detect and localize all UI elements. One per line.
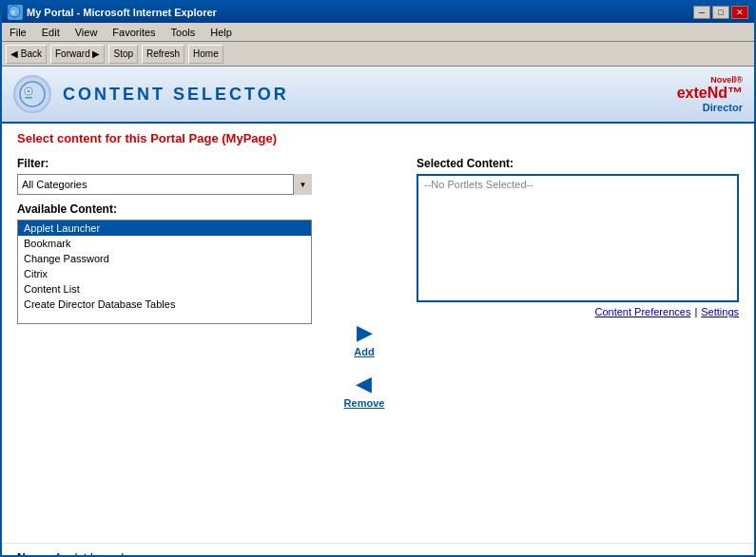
- window-controls: ─ □ ✕: [693, 6, 748, 19]
- header-left: CONTENT SELECTOR: [13, 75, 289, 113]
- list-item[interactable]: Applet Launcher: [18, 221, 311, 236]
- remove-arrow-icon: ◀: [353, 373, 376, 395]
- left-panel: Filter: All Categories ▼ Available Conte…: [17, 157, 312, 535]
- info-section: Name: Applet Launcher Description: Launc…: [2, 543, 754, 555]
- info-name-value: Applet Launcher: [54, 551, 137, 555]
- remove-button[interactable]: ◀ Remove: [344, 373, 385, 409]
- window-icon: e: [8, 5, 23, 20]
- refresh-button[interactable]: Refresh: [142, 45, 184, 64]
- maximize-button[interactable]: □: [712, 6, 729, 19]
- filter-select[interactable]: All Categories: [17, 174, 312, 195]
- novell-logo: Novell® exteNd™ Director: [677, 75, 743, 113]
- menu-bar: File Edit View Favorites Tools Help: [2, 23, 754, 42]
- stop-button[interactable]: Stop: [108, 45, 138, 64]
- remove-label[interactable]: Remove: [344, 397, 385, 409]
- available-content-list[interactable]: Applet Launcher Bookmark Change Password…: [17, 220, 312, 324]
- selected-content-label: Selected Content:: [417, 157, 739, 170]
- list-item[interactable]: Content List: [18, 281, 311, 297]
- list-item[interactable]: Citrix: [18, 266, 311, 281]
- menu-file[interactable]: File: [6, 26, 30, 39]
- add-button[interactable]: ▶ Add: [353, 321, 376, 357]
- menu-edit[interactable]: Edit: [38, 26, 64, 39]
- toolbar: ◀ Back Forward ▶ Stop Refresh Home: [2, 42, 754, 67]
- list-item[interactable]: Bookmark: [18, 236, 311, 251]
- main-panel: Filter: All Categories ▼ Available Conte…: [2, 149, 754, 543]
- menu-tools[interactable]: Tools: [167, 26, 200, 39]
- menu-favorites[interactable]: Favorites: [108, 26, 159, 39]
- svg-text:e: e: [11, 8, 16, 16]
- right-panel: Selected Content: --No Portlets Selected…: [417, 157, 739, 535]
- svg-point-4: [27, 89, 30, 93]
- director-brand: Director: [677, 102, 743, 113]
- selected-content-list[interactable]: --No Portlets Selected--: [417, 174, 739, 302]
- content-preferences-link[interactable]: Content Preferences: [595, 306, 691, 317]
- minimize-button[interactable]: ─: [693, 6, 710, 19]
- back-button[interactable]: ◀ Back: [6, 45, 47, 64]
- no-portlets-placeholder: --No Portlets Selected--: [418, 176, 737, 193]
- novell-brand: Novell®: [677, 75, 743, 85]
- svg-rect-5: [25, 97, 32, 99]
- close-window-button[interactable]: ✕: [731, 6, 748, 19]
- list-item[interactable]: Change Password: [18, 251, 311, 266]
- header-title: CONTENT SELECTOR: [63, 85, 289, 105]
- svg-point-2: [20, 82, 45, 106]
- list-item[interactable]: Create Director Database Tables: [18, 297, 311, 312]
- forward-button[interactable]: Forward ▶: [50, 45, 105, 64]
- header-band: CONTENT SELECTOR Novell® exteNd™ Directo…: [2, 67, 754, 124]
- content-area: CONTENT SELECTOR Novell® exteNd™ Directo…: [2, 67, 754, 555]
- links-row: Content Preferences | Settings: [417, 302, 739, 317]
- menu-view[interactable]: View: [71, 26, 102, 39]
- add-label[interactable]: Add: [354, 346, 374, 357]
- middle-buttons: ▶ Add ◀ Remove: [331, 157, 397, 535]
- available-content-label: Available Content:: [17, 202, 312, 216]
- main-window: e My Portal - Microsoft Internet Explore…: [0, 0, 756, 557]
- menu-help[interactable]: Help: [206, 26, 236, 39]
- filter-label: Filter:: [17, 157, 312, 170]
- link-separator: |: [694, 306, 697, 317]
- page-title: Select content for this Portal Page (MyP…: [2, 124, 754, 149]
- content-selector-icon: [13, 75, 51, 113]
- add-arrow-icon: ▶: [353, 321, 376, 344]
- filter-select-wrapper: All Categories ▼: [17, 174, 312, 195]
- settings-link[interactable]: Settings: [701, 306, 739, 317]
- window-title: My Portal - Microsoft Internet Explorer: [27, 7, 693, 18]
- title-bar: e My Portal - Microsoft Internet Explore…: [2, 2, 754, 23]
- home-button[interactable]: Home: [188, 45, 223, 64]
- info-name-label: Name:: [17, 551, 52, 555]
- info-name-row: Name: Applet Launcher: [17, 551, 739, 555]
- extend-brand: exteNd™: [677, 85, 743, 102]
